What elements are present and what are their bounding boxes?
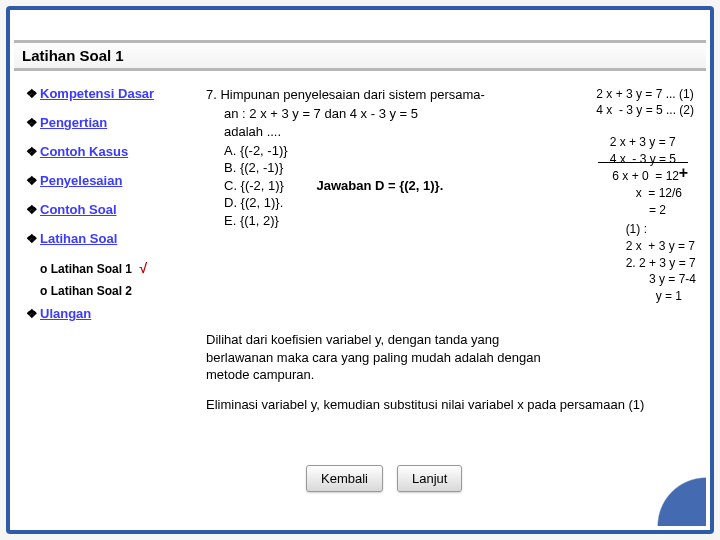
explanation-1: Dilihat dari koefisien variabel y, denga… — [206, 331, 566, 384]
option-d: D. {(2, 1)}. — [224, 194, 700, 212]
diamond-icon: ❖ — [26, 115, 40, 130]
diamond-icon: ❖ — [26, 86, 40, 101]
nav-penyelesaian[interactable]: ❖Penyelesaian — [26, 173, 176, 188]
nav-contoh-soal[interactable]: ❖Contoh Soal — [26, 202, 176, 217]
nav-label: Pengertian — [40, 115, 107, 130]
diamond-icon: ❖ — [26, 173, 40, 188]
option-e: E. {(1, 2)} — [224, 212, 700, 230]
subnav-latihan-2[interactable]: o Latihan Soal 2 — [40, 284, 176, 298]
next-button[interactable]: Lanjut — [397, 465, 462, 492]
back-button[interactable]: Kembali — [306, 465, 383, 492]
diamond-icon: ❖ — [26, 306, 40, 321]
question-line1: Himpunan penyelesaian dari sistem persam… — [220, 87, 484, 102]
subnav-label: Latihan Soal 1 — [51, 262, 132, 276]
nav-latihan-soal[interactable]: ❖Latihan Soal — [26, 231, 176, 246]
answer-text: Jawaban D = {(2, 1)}. — [316, 178, 443, 193]
nav-pengertian[interactable]: ❖Pengertian — [26, 115, 176, 130]
diamond-icon: ❖ — [26, 144, 40, 159]
subnav-label: Latihan Soal 2 — [51, 284, 132, 298]
nav-label: Kompetensi Dasar — [40, 86, 154, 101]
button-bar: Kembali Lanjut — [306, 465, 462, 492]
slide-frame: Latihan Soal 1 ❖Kompetensi Dasar ❖Penger… — [6, 6, 714, 534]
nav-label: Ulangan — [40, 306, 91, 321]
main-content: 7. Himpunan penyelesaian dari sistem per… — [206, 86, 700, 474]
question-line3: adalah .... — [224, 123, 700, 141]
explanation-2: Eliminasi variabel y, kemudian substitus… — [206, 396, 700, 414]
question-number: 7. — [206, 87, 217, 102]
nav-contoh-kasus[interactable]: ❖Contoh Kasus — [26, 144, 176, 159]
option-c: C. {(-2, 1)} — [224, 178, 284, 193]
nav-ulangan[interactable]: ❖Ulangan — [26, 306, 176, 321]
diamond-icon: ❖ — [26, 202, 40, 217]
question-line2: an : 2 x + 3 y = 7 dan 4 x - 3 y = 5 — [224, 105, 700, 123]
check-icon: √ — [139, 260, 147, 276]
nav-kompetensi-dasar[interactable]: ❖Kompetensi Dasar — [26, 86, 176, 101]
sidebar: ❖Kompetensi Dasar ❖Pengertian ❖Contoh Ka… — [26, 86, 176, 335]
nav-label: Penyelesaian — [40, 173, 122, 188]
diamond-icon: ❖ — [26, 231, 40, 246]
title-rule — [14, 68, 706, 71]
option-b: B. {(2, -1)} — [224, 159, 700, 177]
nav-label: Contoh Soal — [40, 202, 117, 217]
subnav-latihan-1[interactable]: o Latihan Soal 1 √ — [40, 260, 176, 276]
page-title: Latihan Soal 1 — [14, 40, 706, 68]
option-a: A. {(-2, -1)} — [224, 142, 700, 160]
nav-label: Latihan Soal — [40, 231, 117, 246]
nav-label: Contoh Kasus — [40, 144, 128, 159]
